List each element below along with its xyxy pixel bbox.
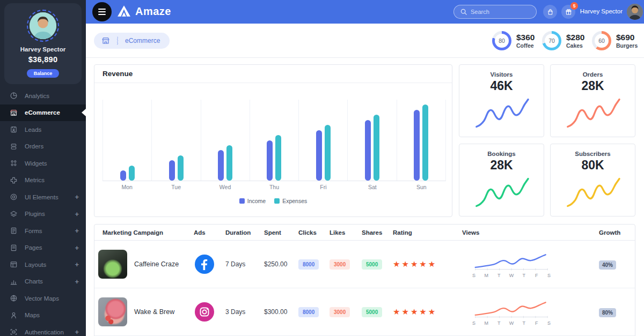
sidebar-item-vector-maps[interactable]: Vector Maps — [0, 290, 86, 307]
breadcrumb-separator — [115, 36, 120, 45]
views-sparkline: SMTWTFS — [469, 298, 554, 326]
sidebar-item-forms[interactable]: Forms+ — [0, 222, 86, 240]
chart-legend: Income Expenses — [94, 198, 452, 204]
orders-icon — [10, 143, 18, 151]
campaign-name: Wake & Brew — [134, 308, 174, 316]
x-axis-labels: MonTue WedThu FriSat Sun — [103, 184, 446, 190]
campaign-image — [98, 297, 127, 326]
kpi-ring-burgers: 60 — [592, 31, 611, 50]
menu-toggle-button[interactable] — [92, 2, 112, 21]
layouts-icon — [10, 260, 18, 268]
topbar-avatar[interactable] — [627, 4, 643, 20]
kpi-amount: $690 — [616, 33, 638, 42]
campaign-image — [98, 250, 127, 279]
kpi-ring-coffee: 80 — [492, 31, 511, 50]
metrics-icon — [10, 176, 18, 184]
breadcrumb[interactable]: eCommerce — [94, 33, 170, 49]
facebook-icon — [195, 255, 214, 274]
breadcrumb-current: eCommerce — [125, 37, 160, 44]
user-avatar[interactable] — [27, 10, 59, 42]
sidebar-nav: Analytics eCommerce Leads Orders Widgets… — [0, 87, 86, 336]
shares-badge: 5000 — [362, 259, 382, 270]
sidebar-item-ecommerce[interactable]: eCommerce — [0, 104, 86, 122]
rating-stars: ★★★★★ — [393, 307, 437, 316]
forms-icon — [10, 227, 18, 235]
pages-icon — [10, 244, 18, 252]
table-header: Marketing Campaign Ads Duration Spent Cl… — [94, 225, 635, 241]
duration: 7 Days — [225, 260, 264, 268]
campaign-table: Marketing Campaign Ads Duration Spent Cl… — [94, 224, 635, 336]
growth-badge: 80% — [599, 308, 616, 317]
main-area: Amaze 5 Harvey Spector eCommerce — [86, 0, 644, 336]
table-row: Caffeine Craze 7 Days $250.00 8000 3000 … — [94, 241, 635, 288]
spent: $300.00 — [264, 308, 298, 316]
stat-card-visitors: Visitors 46K — [459, 64, 544, 137]
sidebar-item-ui-elements[interactable]: UI Elements+ — [0, 189, 86, 206]
kpi-coffee: 80 $360 Coffee — [492, 31, 535, 50]
sidebar-item-metrics[interactable]: Metrics — [0, 172, 86, 189]
topbar-user-name[interactable]: Harvey Spector — [575, 8, 623, 14]
kpi-label: Coffee — [516, 42, 535, 49]
likes-badge: 3000 — [330, 259, 350, 270]
rating-stars: ★★★★★ — [393, 259, 437, 268]
kpi-label: Burgers — [616, 42, 638, 49]
table-row: Wake & Brew 3 Days $300.00 8000 3000 500… — [94, 288, 635, 336]
clicks-badge: 8000 — [298, 259, 319, 270]
sidebar-item-layouts[interactable]: Layouts+ — [0, 256, 86, 273]
visitors-sparkline — [470, 95, 534, 132]
authentication-icon — [10, 328, 18, 336]
kpi-cakes: 70 $280 Cakes — [542, 31, 584, 50]
analytics-icon — [10, 92, 18, 100]
expenses-swatch — [274, 198, 280, 204]
breadcrumb-row: eCommerce 80 $360 Coffee 70 $280 Cakes 6… — [86, 24, 644, 58]
likes-badge: 3000 — [330, 307, 350, 317]
sidebar: Harvey Spector $36,890 Balance Analytics… — [0, 0, 86, 336]
kpi-label: Cakes — [566, 42, 584, 49]
duration: 3 Days — [225, 308, 264, 316]
kpi-burgers: 60 $690 Burgers — [592, 31, 638, 50]
vector-maps-icon — [10, 294, 18, 302]
sidebar-item-leads[interactable]: Leads — [0, 121, 86, 138]
sidebar-user-amount: $36,890 — [8, 55, 78, 64]
shares-badge: 5000 — [362, 307, 382, 317]
spent: $250.00 — [264, 260, 298, 268]
store-icon — [101, 36, 110, 45]
search-input[interactable] — [471, 9, 530, 15]
sidebar-item-maps[interactable]: Maps — [0, 307, 86, 324]
ecommerce-icon — [10, 109, 18, 117]
sidebar-user-card: Harvey Spector $36,890 Balance — [4, 3, 82, 84]
stat-card-bookings: Bookings 28K — [459, 144, 544, 216]
sidebar-user-name: Harvey Spector — [8, 46, 78, 53]
sidebar-item-pages[interactable]: Pages+ — [0, 240, 86, 257]
app-logo[interactable]: Amaze — [117, 4, 171, 18]
search-box[interactable] — [453, 5, 537, 19]
rewards-button[interactable]: 5 — [561, 5, 575, 19]
cart-button[interactable] — [543, 5, 557, 19]
revenue-card: Revenue MonTue WedThu FriSat Sun Income … — [94, 64, 452, 217]
sidebar-item-charts[interactable]: Charts+ — [0, 273, 86, 290]
content: Revenue MonTue WedThu FriSat Sun Income … — [86, 58, 644, 336]
shopping-bag-icon — [547, 9, 554, 16]
orders-sparkline — [561, 95, 625, 132]
sidebar-item-widgets[interactable]: Widgets — [0, 155, 86, 172]
search-icon — [460, 9, 467, 15]
revenue-bar-chart — [103, 100, 446, 181]
views-sparkline: SMTWTFS — [469, 251, 554, 278]
plugins-icon — [10, 210, 18, 218]
clicks-badge: 8000 — [298, 307, 319, 317]
sidebar-item-plugins[interactable]: Plugins+ — [0, 206, 86, 223]
balance-badge: Balance — [27, 69, 60, 78]
kpi-amount: $360 — [516, 33, 535, 42]
subscribers-sparkline — [561, 175, 625, 211]
sidebar-item-analytics[interactable]: Analytics — [0, 87, 86, 104]
growth-badge: 40% — [599, 260, 616, 270]
sidebar-item-orders[interactable]: Orders — [0, 138, 86, 155]
avatar-image — [30, 12, 56, 39]
sidebar-item-authentication[interactable]: Authentication+ — [0, 324, 86, 336]
stat-card-subscribers: Subscribers 80K — [550, 144, 635, 216]
widgets-icon — [10, 159, 18, 167]
instagram-icon — [195, 302, 214, 322]
maps-icon — [10, 311, 18, 319]
leads-icon — [10, 125, 18, 133]
kpi-amount: $280 — [566, 33, 584, 42]
